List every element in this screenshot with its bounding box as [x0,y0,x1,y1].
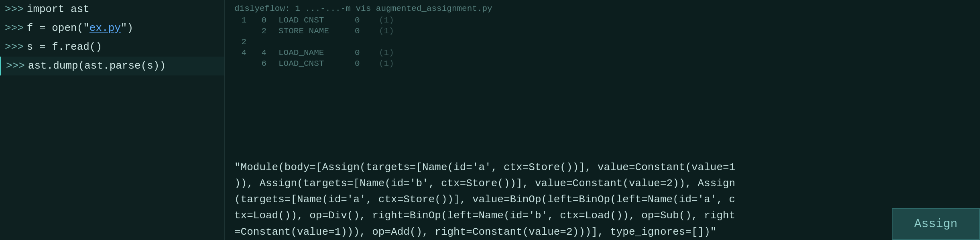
bc-instr-4: LOAD_CNST [279,59,343,68]
assign-button[interactable]: Assign [892,208,980,240]
bc-line-3: 4 [234,48,246,57]
terminal-line-3: >>> s = f.read() [0,38,224,57]
bc-offset-3: 4 [258,48,266,57]
bytecode-row-1: 2 STORE_NAME 0 (1) [234,26,970,37]
code-2b: ") [121,20,133,36]
bc-line-1 [234,26,246,36]
bc-instr-0: LOAD_CNST [279,16,343,25]
bc-arg-1: 0 [355,26,367,36]
bc-arg-3: 0 [355,48,367,57]
bc-offset-0: 0 [258,16,266,25]
main-container: >>> import ast >>> f = open("ex.py") >>>… [0,0,980,240]
right-panel: dislyeflow: 1 ...-...-m vis augmented_as… [225,0,980,240]
bc-line-0: 1 [234,16,246,25]
bytecode-row-2: 2 [234,37,970,47]
prompt-4: >>> [6,58,25,74]
bc-arg-0: 0 [355,16,367,25]
bc-note-1: (1) [379,26,394,36]
assign-button-label: Assign [914,217,958,231]
bc-offset-4: 6 [258,59,266,68]
bc-note-4: (1) [379,59,394,68]
bc-note-3: (1) [379,48,394,57]
bc-offset-1: 2 [258,26,266,36]
code-2a: f = open(" [27,20,89,36]
prompt-2: >>> [5,20,24,36]
prompt-3: >>> [5,39,24,55]
bc-arg-4: 0 [355,59,367,68]
bytecode-header: dislyeflow: 1 ...-...-m vis augmented_as… [234,2,970,15]
prompt-1: >>> [5,2,24,17]
bytecode-section: dislyeflow: 1 ...-...-m vis augmented_as… [225,0,980,69]
bc-instr-3: LOAD_NAME [279,48,343,57]
output-section: "Module(body=[Assign(targets=[Name(id='a… [225,159,980,240]
bc-instr-1: STORE_NAME [279,26,343,36]
bc-line-2: 2 [234,37,246,47]
terminal-line-1: >>> import ast [0,0,224,19]
bytecode-row-4: 6 LOAD_CNST 0 (1) [234,58,970,69]
output-text: "Module(body=[Assign(targets=[Name(id='a… [234,159,970,240]
bc-offset-2 [258,37,266,47]
terminal-line-4: >>> ast.dump(ast.parse(s)) [0,57,224,75]
bytecode-row-3: 4 4 LOAD_NAME 0 (1) [234,47,970,58]
ex-py-link[interactable]: ex.py [89,20,121,36]
code-4: ast.dump(ast.parse(s)) [28,58,166,74]
code-1: import ast [27,2,89,17]
code-3: s = f.read() [27,39,102,55]
bytecode-row-0: 1 0 LOAD_CNST 0 (1) [234,15,970,26]
terminal-line-2: >>> f = open("ex.py") [0,19,224,38]
left-panel: >>> import ast >>> f = open("ex.py") >>>… [0,0,225,240]
bc-line-4 [234,59,246,68]
bc-note-0: (1) [379,16,394,25]
bc-instr-2 [279,37,343,47]
